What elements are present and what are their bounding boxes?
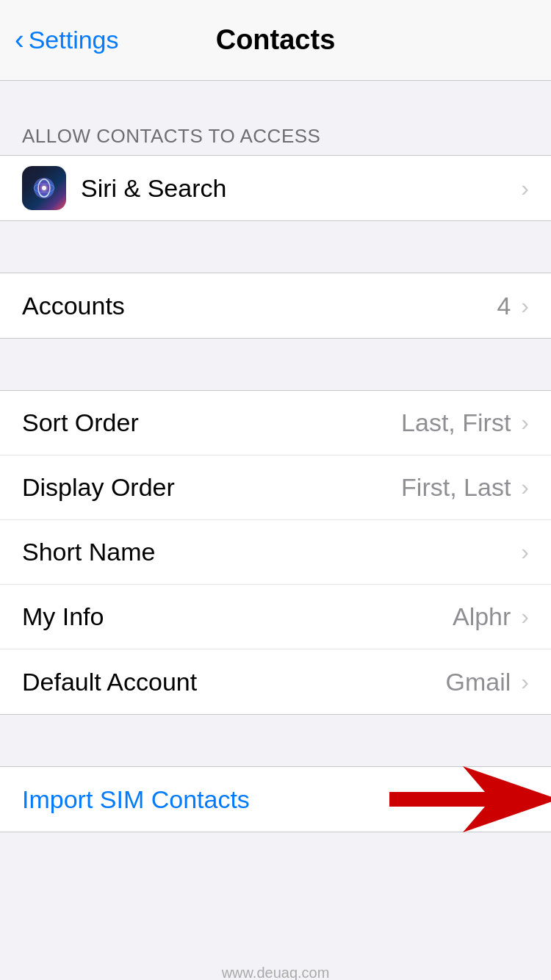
short-name-chevron-icon: › [521,538,529,566]
display-order-value: First, Last [401,473,511,502]
accounts-label: Accounts [22,292,497,320]
page-title: Contacts [216,24,336,56]
accounts-group: Accounts 4 › [0,273,551,339]
back-chevron-icon: ‹ [15,26,24,54]
sort-order-value: Last, First [401,408,511,437]
display-order-label: Display Order [22,473,401,502]
my-info-row[interactable]: My Info Alphr › [0,585,551,649]
default-account-value: Gmail [446,668,511,696]
sort-order-label: Sort Order [22,408,401,437]
accounts-chevron-icon: › [521,292,529,320]
back-label: Settings [29,26,119,54]
spacer-1 [0,221,551,273]
siri-icon [22,166,66,210]
accounts-value: 4 [497,292,511,320]
short-name-label: Short Name [22,538,518,566]
display-order-chevron-icon: › [521,474,529,501]
import-sim-group: Import SIM Contacts [0,766,551,832]
default-account-row[interactable]: Default Account Gmail › [0,649,551,714]
short-name-row[interactable]: Short Name › [0,520,551,585]
spacer-2 [0,339,551,390]
accounts-row[interactable]: Accounts 4 › [0,273,551,338]
default-account-label: Default Account [22,668,446,696]
display-order-row[interactable]: Display Order First, Last › [0,455,551,520]
allow-access-header: ALLOW CONTACTS TO ACCESS [0,110,551,155]
navigation-bar: ‹ Settings Contacts [0,0,551,81]
siri-chevron-icon: › [521,175,529,202]
bottom-spacer [0,832,551,950]
sort-order-chevron-icon: › [521,409,529,436]
import-sim-row[interactable]: Import SIM Contacts [0,767,551,832]
back-button[interactable]: ‹ Settings [15,26,119,54]
spacer-top [0,81,551,110]
my-info-chevron-icon: › [521,603,529,630]
allow-access-group: Siri & Search › [0,155,551,221]
my-info-value: Alphr [453,602,511,631]
siri-search-row[interactable]: Siri & Search › [0,156,551,220]
my-info-label: My Info [22,602,453,631]
siri-search-label: Siri & Search [81,174,518,203]
sort-order-row[interactable]: Sort Order Last, First › [0,391,551,455]
ordering-group: Sort Order Last, First › Display Order F… [0,390,551,715]
svg-point-3 [42,186,46,190]
watermark: www.deuaq.com [0,950,551,980]
arrow-annotation [382,759,551,840]
default-account-chevron-icon: › [521,669,529,696]
svg-marker-4 [389,766,551,832]
